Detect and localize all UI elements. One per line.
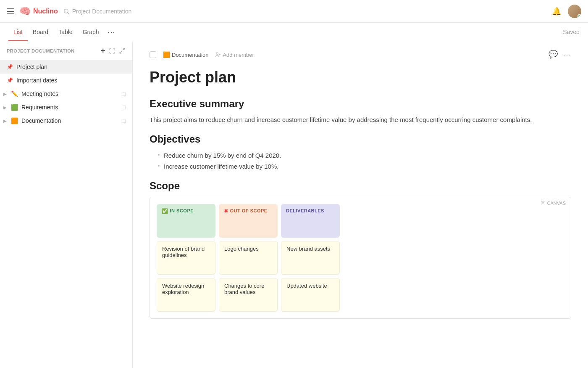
avatar[interactable] [568,5,581,18]
logo: 🧠 Nuclino [19,6,58,17]
tab-bar: List Board Table Graph ⋯ Saved [0,23,588,41]
meeting-notes-icon: ✏️ [11,90,18,97]
arrow-icon-3: ▶ [3,119,7,123]
canvas-grid: ✅ IN SCOPE ✖ OUT OF SCOPE DELIVERABLES R… [157,204,564,312]
doc-checkbox[interactable] [150,51,156,58]
canvas-icon [541,201,546,206]
canvas-label: CANVAS [541,201,566,206]
objectives-heading: Objectives [150,133,571,145]
objective-item-2: Increase customer lifetime value by 10%. [158,161,571,172]
out-of-scope-label: OUT OF SCOPE [230,208,268,213]
arrow-icon-2: ▶ [3,105,7,110]
out-of-scope-icon: ✖ [224,208,228,214]
comment-icon[interactable]: 💬 [549,50,558,60]
tab-table[interactable]: Table [53,23,77,41]
objective-item-1: Reduce churn by 15% by end of Q4 2020. [158,150,571,161]
collapse-icon[interactable] [119,46,126,55]
app-name: Nuclino [33,8,58,15]
sidebar-item-documentation[interactable]: ▶ 🟧 Documentation □ [0,114,132,127]
top-nav: 🧠 Nuclino Project Documentation 🔔 [0,0,588,23]
sidebar: PROJECT DOCUMENTATION + 📌 Project plan 📌… [0,41,133,368]
svg-line-1 [68,13,69,14]
doc-tag-label: Documentation [172,52,208,58]
scope-heading: Scope [150,180,571,192]
objectives-list: Reduce churn by 15% by end of Q4 2020. I… [158,150,571,172]
deliverables-label: DELIVERABLES [286,208,324,213]
tab-more-icon[interactable]: ⋯ [106,26,117,38]
sidebar-section-title: PROJECT DOCUMENTATION [7,48,75,53]
add-member-button[interactable]: Add member [215,52,254,58]
search-text: Project Documentation [72,8,132,15]
sidebar-item-important-dates[interactable]: 📌 Important dates [0,74,132,87]
card-changes-core[interactable]: Changes to core brand values [219,278,278,312]
sidebar-label-project-plan: Project plan [16,64,126,70]
card-website-redesign[interactable]: Website redesign exploration [157,278,215,312]
add-member-icon [215,52,221,58]
col-header-out-of-scope: ✖ OUT OF SCOPE [219,204,278,238]
expand-icon[interactable] [109,46,116,55]
sidebar-label-documentation: Documentation [21,117,119,124]
card-new-brand-assets[interactable]: New brand assets [281,241,340,275]
sidebar-item-requirements[interactable]: ▶ 🟩 Requirements □ [0,101,132,114]
online-indicator [578,14,581,18]
executive-summary-heading: Executive summary [150,98,571,110]
doc-tag-emoji: 🟧 [163,51,170,58]
sidebar-label-meeting-notes: Meeting notes [21,90,119,97]
check-icon: □ [122,90,126,97]
saved-label: Saved [563,29,580,35]
sidebar-item-meeting-notes[interactable]: ▶ ✏️ Meeting notes □ [0,87,132,101]
tab-graph[interactable]: Graph [78,23,104,41]
logo-icon: 🧠 [19,6,31,17]
content-actions: 💬 ⋯ [549,50,571,60]
documentation-icon: 🟧 [11,117,18,124]
col-header-in-scope: ✅ IN SCOPE [157,204,215,238]
content-header: 🟧 Documentation Add member 💬 ⋯ [150,50,571,60]
menu-hamburger[interactable] [7,8,14,14]
check-icon-3: □ [122,117,126,124]
page-title: Project plan [150,68,571,86]
card-logo-changes[interactable]: Logo changes [219,241,278,275]
svg-point-0 [64,9,68,13]
pin-icon-2: 📌 [7,77,13,83]
search-icon [63,8,70,15]
sidebar-label-requirements: Requirements [21,104,119,111]
in-scope-label: IN SCOPE [170,208,194,213]
doc-tag: 🟧 Documentation [163,51,208,58]
pin-icon: 📌 [7,64,13,70]
check-icon-2: □ [122,104,126,111]
nav-right: 🔔 [552,5,581,18]
arrow-icon: ▶ [3,92,7,96]
in-scope-icon: ✅ [162,208,168,214]
content-area: 🟧 Documentation Add member 💬 ⋯ Project p… [133,41,588,368]
requirements-icon: 🟩 [11,104,18,111]
svg-point-2 [216,53,218,55]
canvas-container: CANVAS ✅ IN SCOPE ✖ OUT OF SCOPE DELIVER… [150,197,571,319]
search-area[interactable]: Project Documentation [63,8,547,15]
sidebar-label-important-dates: Important dates [16,77,126,84]
tab-board[interactable]: Board [28,23,53,41]
add-member-label: Add member [223,52,254,58]
add-item-button[interactable]: + [101,46,105,55]
sidebar-item-project-plan[interactable]: 📌 Project plan [0,60,132,74]
bell-icon[interactable]: 🔔 [552,7,561,16]
col-header-deliverables: DELIVERABLES [281,204,340,238]
card-updated-website[interactable]: Updated website [281,278,340,312]
more-options-icon[interactable]: ⋯ [563,50,571,60]
tab-list[interactable]: List [8,23,28,41]
sidebar-header-actions: + [101,46,126,55]
sidebar-header: PROJECT DOCUMENTATION + [0,41,132,60]
main-layout: PROJECT DOCUMENTATION + 📌 Project plan 📌… [0,41,588,368]
card-revision-brand[interactable]: Revision of brand guidelines [157,241,215,275]
executive-summary-text: This project aims to reduce churn and in… [150,115,571,125]
